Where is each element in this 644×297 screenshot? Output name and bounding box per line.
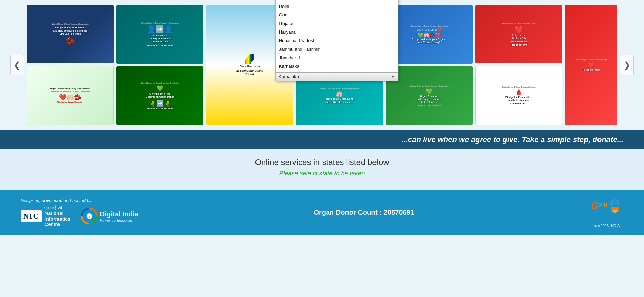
services-subtitle-suffix: o be taken bbox=[336, 170, 365, 177]
footer-designed-by: Designed, developed and hosted by bbox=[21, 198, 139, 203]
select-box-chevron-icon: ▼ bbox=[391, 74, 395, 79]
slide-5: National Organ & Tissue Transplant Organ… bbox=[386, 5, 473, 64]
services-title-suffix: s bbox=[322, 158, 326, 167]
nic-abbr: NIC bbox=[23, 212, 39, 221]
digital-india-icon: i bbox=[81, 208, 98, 225]
slide-12: National Organ & Tissue Transplant Orga … bbox=[565, 5, 617, 125]
select-box-value: Karnataka bbox=[279, 74, 391, 79]
prev-arrow[interactable]: ❮ bbox=[10, 55, 24, 75]
dropdown-option-karnataka[interactable]: Karnataka bbox=[276, 62, 398, 71]
g20-logo: G 2 0 भारत 2023 INDIA bbox=[589, 197, 623, 228]
state-dropdown-overlay: ---Select State Name--- Andaman and Nico… bbox=[275, 0, 398, 81]
dropdown-option-jammu[interactable]: Jammu and Kashmir bbox=[276, 45, 398, 53]
slide-1: National Organ & Tissue Transplant Organ… bbox=[27, 5, 114, 63]
slide-10: National Organ and Tissue Transplant Org… bbox=[386, 66, 473, 125]
digital-india-logo: i Digital India Power To Empower bbox=[81, 208, 139, 225]
footer: Designed, developed and hosted by NIC एन… bbox=[0, 190, 644, 235]
slide-6: National Organ and Tissue Transplant Org… bbox=[475, 5, 562, 63]
state-select-dropdown[interactable]: ---Select State Name--- Andaman and Nico… bbox=[275, 0, 398, 81]
g20-emblem: G 2 0 bbox=[589, 197, 623, 222]
carousel-section: ❮ National Organ & Tissue Transplant Org… bbox=[0, 0, 644, 130]
digital-india-title: Digital India bbox=[100, 210, 139, 218]
slide-2: National Organ & Tissue Transplant Organ… bbox=[116, 5, 203, 64]
services-subtitle-ellipsis: ct state t bbox=[313, 170, 336, 177]
dropdown-option-jharkhand[interactable]: Jharkhand bbox=[276, 53, 398, 62]
select-box-display[interactable]: Karnataka ▼ bbox=[276, 72, 398, 81]
footer-left: Designed, developed and hosted by NIC एन… bbox=[21, 198, 139, 227]
banner-text: ...can live when we agree to give. Take … bbox=[402, 135, 623, 144]
dropdown-option-haryana[interactable]: Haryana bbox=[276, 28, 398, 36]
slide-11: National organ & Tissue Transplant Organ… bbox=[475, 66, 562, 125]
nic-hindi: एन आई सी bbox=[44, 205, 70, 211]
nic-logo: NIC एन आई सी NationalInformaticsCentre bbox=[21, 205, 70, 227]
svg-point-9 bbox=[612, 210, 618, 213]
carousel-col-7: National Organ & Tissue Transplant Orga … bbox=[565, 5, 617, 125]
slide-7: Organ Donation is the way to live foreve… bbox=[27, 66, 114, 125]
dropdown-option-goa[interactable]: Goa bbox=[276, 11, 398, 19]
dropdown-list[interactable]: ---Select State Name--- Andaman and Nico… bbox=[276, 0, 398, 72]
next-arrow[interactable]: ❯ bbox=[620, 55, 634, 75]
carousel-col-2: National Organ & Tissue Transplant Organ… bbox=[116, 5, 203, 125]
dropdown-option-delhi[interactable]: Delhi bbox=[276, 2, 398, 11]
banner-strip: ...can live when we agree to give. Take … bbox=[0, 130, 644, 149]
organ-donor-count: Organ Donor Count : 20570691 bbox=[314, 209, 414, 216]
services-title: Online services in states listed below bbox=[7, 158, 637, 167]
nic-name: NationalInformaticsCentre bbox=[44, 211, 70, 227]
services-subtitle: Please sele ct state to be taken bbox=[7, 170, 637, 177]
services-title-prefix: Online services in bbox=[255, 158, 319, 167]
nic-text: एन आई सी NationalInformaticsCentre bbox=[44, 205, 70, 227]
dropdown-option-gujarat[interactable]: Gujarat bbox=[276, 19, 398, 28]
services-section: Online services in states listed below P… bbox=[0, 149, 644, 190]
services-subtitle-prefix: Please sele bbox=[279, 170, 311, 177]
svg-text:2: 2 bbox=[599, 202, 602, 209]
g20-label: भारत 2023 INDIA bbox=[593, 224, 620, 228]
dropdown-option-himachal[interactable]: Himachal Pradesh bbox=[276, 36, 398, 45]
digital-india-subtitle: Power To Empower bbox=[100, 218, 139, 222]
services-title-suffix2: tates listed below bbox=[326, 158, 389, 167]
slide-8: National Organ and Tissue Transplant Org… bbox=[116, 66, 203, 125]
carousel-col-6: National Organ and Tissue Transplant Org… bbox=[475, 5, 562, 125]
footer-logos: NIC एन आई सी NationalInformaticsCentre bbox=[21, 205, 139, 227]
digital-india-text: Digital India Power To Empower bbox=[100, 210, 139, 222]
svg-text:G: G bbox=[591, 200, 599, 211]
svg-text:i: i bbox=[89, 215, 90, 218]
carousel-col-1: National Organ & Tissue Transplant Organ… bbox=[27, 5, 114, 125]
svg-text:0: 0 bbox=[604, 202, 607, 209]
carousel-col-5: National Organ & Tissue Transplant Organ… bbox=[386, 5, 473, 125]
